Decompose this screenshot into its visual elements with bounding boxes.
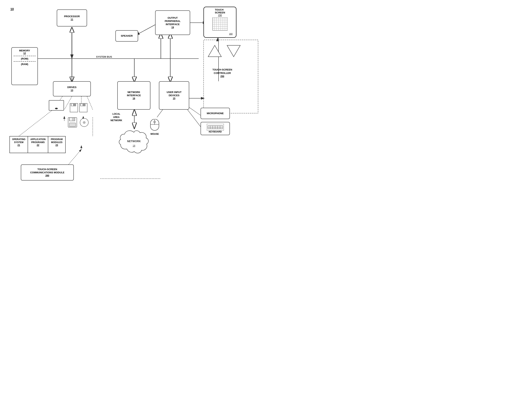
keyboard-icon (207, 124, 224, 130)
memory-ram: (RAM) (21, 63, 28, 66)
app-label: APPLICATIONPROGRAMS (30, 138, 45, 144)
drive-icon-hdd (49, 100, 64, 111)
touch-comm-ref: 260 (45, 174, 49, 177)
touch-comm-label: TOUCH-SCREENCOMMUNICATIONS MODULE (30, 168, 64, 174)
svg-rect-51 (69, 118, 75, 121)
svg-marker-38 (208, 45, 221, 57)
network-interface-box: NETWORKINTERFACE 16 (117, 81, 150, 110)
user-input-ref: 15 (173, 97, 175, 100)
drives-box: DRIVES 13 (53, 81, 91, 96)
user-input-label: USER INPUTDEVICES (167, 91, 182, 97)
drives-ref: 13 (71, 89, 73, 92)
os-ref: 21 (12, 144, 25, 147)
drive-icon-floppy1 (70, 103, 78, 113)
storage-table: OPERATING SYSTEM 21 APPLICATIONPROGRAMS … (10, 136, 66, 153)
os-label: OPERATING SYSTEM (12, 138, 25, 144)
svg-line-27 (87, 96, 93, 110)
app-ref: 22 (30, 144, 45, 147)
user-input-box: USER INPUTDEVICES 15 (159, 81, 189, 110)
touch-controller-label: TOUCH-SCREENCONTROLLER 250 (205, 68, 239, 78)
keyboard-box: KEYBOARD (200, 122, 230, 135)
triangle-254-svg: 254 (226, 44, 241, 58)
svg-rect-53 (69, 123, 76, 127)
os-cell: OPERATING SYSTEM 21 (10, 137, 28, 153)
drive-icon-floppy2 (79, 103, 88, 113)
svg-line-30 (19, 110, 53, 136)
speaker-box: SPEAKER (115, 30, 138, 42)
touch-screen-ref: 150 (218, 14, 222, 17)
local-area-network-label: LOCALAREANETWORK (108, 113, 125, 122)
svg-rect-46 (71, 104, 73, 106)
app-cell: APPLICATIONPROGRAMS 22 (28, 137, 48, 153)
memory-rom: (ROM) (21, 57, 28, 60)
memory-label: MEMORY (19, 49, 30, 52)
output-peripheral-ref: 19 (172, 26, 174, 29)
speaker-label: SPEAKER (121, 34, 133, 38)
mouse-label: MOUSE (149, 133, 160, 135)
diagram-container: 10 SYSTEM BUS (0, 0, 264, 210)
touch-comm-module-box: TOUCH-SCREENCOMMUNICATIONS MODULE 260 (21, 165, 74, 180)
drive-icon-disk (68, 117, 77, 127)
triangle-252-svg: 252 (207, 44, 222, 58)
touch-screen-grid (212, 17, 228, 31)
system-number: 10 (10, 8, 14, 11)
memory-box: MEMORY 12 (ROM) (RAM) (11, 47, 38, 85)
mouse-area: MOUSE (149, 119, 160, 135)
microphone-label: MICROPHONE (207, 112, 224, 115)
network-interface-label: NETWORKINTERFACE (127, 91, 141, 97)
modules-ref: 23 (51, 144, 63, 147)
microphone-box: MICROPHONE (200, 108, 230, 119)
processor-label: PROCESSOR (64, 15, 80, 18)
modules-cell: PROGRAMMODULES 23 (48, 137, 65, 153)
mouse-icon (149, 119, 160, 131)
svg-rect-52 (70, 118, 72, 121)
drive-icon-optical (79, 117, 89, 127)
keyboard-label: KEYBOARD (209, 130, 222, 133)
touch-screen-160: 160 (229, 33, 233, 35)
output-peripheral-label: OUTPUTPERIPHERALINTERFACE (165, 16, 181, 26)
svg-text:SYSTEM BUS: SYSTEM BUS (96, 55, 112, 58)
output-peripheral-box: OUTPUTPERIPHERALINTERFACE 19 (155, 10, 190, 35)
touch-screen-label: TOUCHSCREEN (215, 8, 225, 14)
modules-label: PROGRAMMODULES (51, 138, 63, 144)
processor-ref: 11 (71, 18, 73, 21)
drives-label: DRIVES (67, 86, 77, 89)
touch-controller-ref: 250 (205, 75, 239, 78)
touch-screen-box: TOUCHSCREEN 150 160 (203, 7, 237, 38)
network-cloud-svg: NETWORK 18 (117, 128, 150, 159)
svg-text:NETWORK: NETWORK (127, 140, 141, 143)
memory-ref: 12 (23, 52, 26, 55)
svg-marker-40 (227, 45, 240, 57)
svg-rect-49 (81, 104, 82, 106)
svg-point-56 (84, 122, 85, 123)
network-interface-ref: 16 (133, 97, 135, 100)
svg-text:18: 18 (133, 144, 135, 147)
processor-box: PROCESSOR 11 (57, 10, 87, 26)
